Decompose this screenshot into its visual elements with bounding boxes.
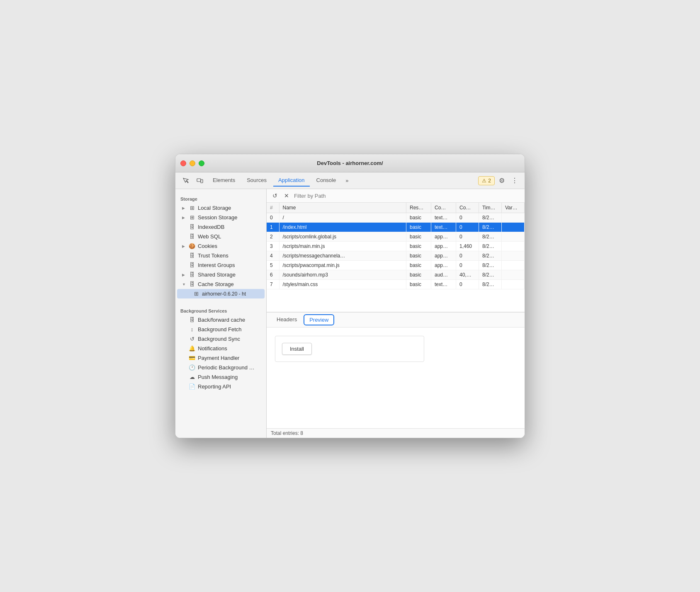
cell-3: app… — [431, 242, 456, 251]
alert-count: 2 — [488, 178, 491, 184]
tab-console[interactable]: Console — [311, 175, 341, 187]
refresh-button[interactable]: ↺ — [271, 192, 279, 200]
col-header-tim: Tim… — [479, 203, 502, 213]
reporting-api-icon: 📄 — [189, 383, 195, 390]
cell-3: app… — [431, 261, 456, 270]
sidebar-item-payment-handler[interactable]: ▶ 💳 Payment Handler — [177, 353, 265, 363]
table-row[interactable]: 2/scripts/comlink.global.jsbasicapp…08/2… — [267, 232, 525, 242]
cell-4: 40,… — [456, 270, 479, 280]
traffic-lights — [180, 160, 204, 166]
interest-groups-label: Interest Groups — [198, 262, 235, 268]
tab-headers[interactable]: Headers — [271, 313, 303, 327]
cell-2: basic — [406, 270, 431, 280]
inspect-icon — [182, 177, 189, 184]
indexeddb-icon: 🗄 — [189, 224, 195, 230]
cache-storage-icon: 🗄 — [189, 281, 195, 287]
table-row[interactable]: 0/basictext…08/2… — [267, 213, 525, 223]
table-row[interactable]: 4/scripts/messagechannela…basicapp…08/2… — [267, 251, 525, 261]
cell-2: basic — [406, 223, 431, 232]
tab-elements[interactable]: Elements — [208, 175, 240, 187]
cache-table: # Name Res… Co… Co… Tim… Var… 0/basictex… — [267, 203, 525, 312]
inspect-element-button[interactable] — [180, 175, 192, 186]
sidebar-item-interest-groups[interactable]: ▶ 🗄 Interest Groups — [177, 260, 265, 270]
cell-4: 0 — [456, 251, 479, 261]
col-header-name: Name — [279, 203, 406, 213]
session-storage-icon: ⊞ — [189, 214, 195, 221]
cell-4: 0 — [456, 261, 479, 270]
table-header-row: # Name Res… Co… Co… Tim… Var… — [267, 203, 525, 213]
notifications-label: Notifications — [198, 345, 227, 352]
local-storage-icon: ⊞ — [189, 205, 195, 211]
periodic-bg-sync-label: Periodic Background S… — [198, 364, 256, 371]
cell-1: / — [279, 213, 406, 223]
websql-icon: 🗄 — [189, 233, 195, 240]
push-messaging-label: Push Messaging — [198, 374, 238, 380]
tab-sources[interactable]: Sources — [242, 175, 272, 187]
cell-5: 8/2… — [479, 251, 502, 261]
sidebar-item-indexeddb[interactable]: ▶ 🗄 IndexedDB — [177, 222, 265, 232]
trust-tokens-label: Trust Tokens — [198, 252, 228, 259]
sidebar-item-local-storage[interactable]: ▶ ⊞ Local Storage — [177, 203, 265, 213]
cell-1: /scripts/pwacompat.min.js — [279, 261, 406, 270]
settings-button[interactable]: ⚙ — [496, 175, 507, 186]
cell-2: basic — [406, 280, 431, 289]
cell-5: 8/2… — [479, 261, 502, 270]
sidebar-item-session-storage[interactable]: ▶ ⊞ Session Storage — [177, 213, 265, 222]
total-entries-label: Total entries: 8 — [271, 430, 303, 436]
device-icon — [197, 177, 203, 184]
sidebar-item-back-forward[interactable]: ▶ 🗄 Back/forward cache — [177, 315, 265, 325]
more-menu-button[interactable]: ⋮ — [509, 175, 520, 186]
install-button[interactable]: Install — [282, 343, 312, 355]
session-storage-label: Session Storage — [198, 214, 237, 221]
cell-3: text… — [431, 223, 456, 232]
shared-storage-icon: 🗄 — [189, 272, 195, 278]
sidebar: Storage ▶ ⊞ Local Storage ▶ ⊞ Session St… — [175, 189, 267, 438]
filter-input[interactable] — [294, 193, 520, 199]
table-row[interactable]: 5/scripts/pwacompat.min.jsbasicapp…08/2… — [267, 261, 525, 270]
tab-preview[interactable]: Preview — [304, 314, 334, 325]
col-header-co2: Co… — [456, 203, 479, 213]
table-row[interactable]: 3/scripts/main.min.jsbasicapp…1,4608/2… — [267, 242, 525, 251]
cell-5: 8/2… — [479, 223, 502, 232]
sidebar-item-notifications[interactable]: ▶ 🔔 Notifications — [177, 344, 265, 353]
sidebar-item-bg-fetch[interactable]: ▶ ↕ Background Fetch — [177, 325, 265, 334]
sidebar-item-push-messaging[interactable]: ▶ ☁ Push Messaging — [177, 372, 265, 382]
cookies-label: Cookies — [198, 243, 217, 249]
close-button[interactable] — [180, 160, 186, 166]
table-row[interactable]: 6/sounds/airhorn.mp3basicaud…40,…8/2… — [267, 270, 525, 280]
svg-rect-0 — [197, 179, 201, 182]
maximize-button[interactable] — [199, 160, 204, 166]
cell-1: /sounds/airhorn.mp3 — [279, 270, 406, 280]
sidebar-item-shared-storage[interactable]: ▶ 🗄 Shared Storage — [177, 270, 265, 279]
cell-4: 0 — [456, 232, 479, 242]
cell-2: basic — [406, 232, 431, 242]
table-row[interactable]: 1/index.htmlbasictext…08/2… — [267, 223, 525, 232]
cell-3: app… — [431, 251, 456, 261]
bg-fetch-icon: ↕ — [189, 326, 195, 332]
alert-icon: ⚠ — [482, 178, 486, 184]
sidebar-item-cache-storage[interactable]: ▼ 🗄 Cache Storage — [177, 279, 265, 289]
alert-badge[interactable]: ⚠ 2 — [478, 176, 495, 185]
sidebar-item-bg-sync[interactable]: ▶ ↺ Background Sync — [177, 334, 265, 344]
entries-table: # Name Res… Co… Co… Tim… Var… 0/basictex… — [267, 203, 525, 289]
cell-0: 5 — [267, 261, 279, 270]
sidebar-item-periodic-bg-sync[interactable]: ▶ 🕐 Periodic Background S… — [177, 363, 265, 372]
sidebar-item-trust-tokens[interactable]: ▶ 🗄 Trust Tokens — [177, 251, 265, 260]
sidebar-item-cache-entry[interactable]: ⊞ airhorner-0.6.20 - ht — [177, 289, 265, 298]
table-row[interactable]: 7/styles/main.cssbasictext…08/2… — [267, 280, 525, 289]
sidebar-item-websql[interactable]: ▶ 🗄 Web SQL — [177, 232, 265, 241]
cell-6 — [502, 232, 525, 242]
sidebar-item-reporting-api[interactable]: ▶ 📄 Reporting API — [177, 382, 265, 391]
device-toggle-button[interactable] — [194, 175, 206, 186]
cell-0: 1 — [267, 223, 279, 232]
tab-application[interactable]: Application — [273, 175, 310, 187]
col-header-co1: Co… — [431, 203, 456, 213]
cell-6 — [502, 270, 525, 280]
cell-6 — [502, 261, 525, 270]
cell-3: aud… — [431, 270, 456, 280]
minimize-button[interactable] — [190, 160, 195, 166]
cell-0: 2 — [267, 232, 279, 242]
more-tabs-button[interactable]: » — [343, 175, 351, 186]
sidebar-item-cookies[interactable]: ▶ 🍪 Cookies — [177, 241, 265, 251]
clear-filter-button[interactable]: ✕ — [282, 192, 291, 200]
